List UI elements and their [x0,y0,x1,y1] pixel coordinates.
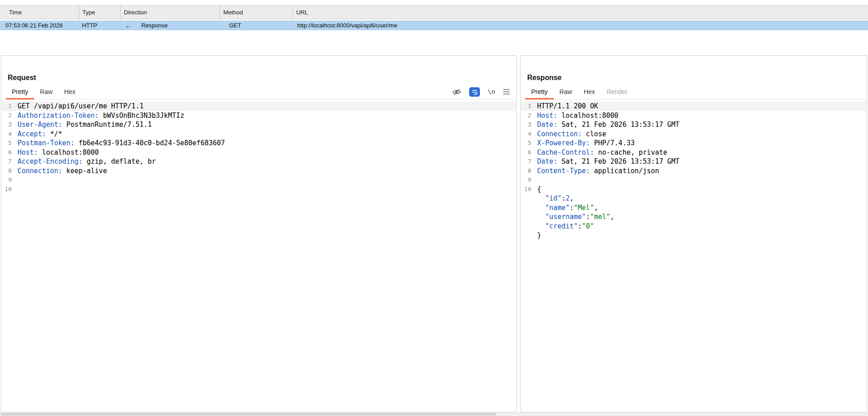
code-text: "id":2, [533,194,574,203]
row-cell-type: HTTP [79,22,121,29]
menu-icon[interactable] [503,89,510,95]
code-line: 10 [2,185,516,194]
code-text: Postman-Token: fb6e4c93-91d3-40c0-bd24-5… [14,139,225,148]
request-editor[interactable]: 1GET /vapi/api6/user/me HTTP/1.12Authori… [2,100,516,412]
response-panel-title: Response [527,74,561,82]
response-tab-pretty[interactable]: Pretty [525,85,554,99]
newline-chars-icon[interactable]: \n [488,88,495,95]
code-text [14,175,18,185]
row-cell-direction: ← Response [121,22,220,29]
code-line: "username":"mel", [521,212,866,222]
line-number: 10 [521,185,533,194]
code-line: 9 [2,175,516,185]
line-number [521,231,533,240]
code-text: Host: localhost:8000 [14,148,99,157]
log-table-selected-row[interactable]: 07:53:06 21 Feb 2026 HTTP ← Response GET… [0,21,868,30]
column-header-method[interactable]: Method [220,5,293,19]
code-text: X-Powered-By: PHP/7.4.33 [533,139,635,148]
line-number: 10 [2,185,14,194]
code-text: "username":"mel", [533,212,615,222]
code-line: 10{ [521,185,866,194]
code-line: 8Connection: keep-alive [2,166,516,176]
word-wrap-icon[interactable] [469,87,480,97]
line-number: 2 [2,111,14,121]
code-text: User-Agent: PostmanRuntime/7.51.1 [14,120,152,130]
code-text: Accept: */* [14,130,62,139]
line-number: 5 [2,139,14,148]
code-line: "name":"Mel", [521,203,866,213]
code-text [14,185,18,194]
row-cell-method: GET [220,22,293,29]
response-editor[interactable]: 1HTTP/1.1 200 OK2Host: localhost:80003Da… [521,100,866,412]
code-line: 6Host: localhost:8000 [2,148,516,157]
code-text: Cache-Control: no-cache, private [533,148,667,157]
line-number: 1 [521,102,533,111]
line-number: 8 [521,166,533,176]
code-text: "name":"Mel", [533,203,598,213]
log-table-header: Time Type Direction Method URL [0,5,868,19]
response-tab-hex[interactable]: Hex [578,85,601,99]
scrollbar-thumb[interactable] [1,413,496,416]
response-tab-raw[interactable]: Raw [554,85,578,99]
code-text [533,175,537,185]
code-text: HTTP/1.1 200 OK [533,102,598,111]
code-text: Host: localhost:8000 [533,111,619,121]
column-header-type[interactable]: Type [79,5,121,19]
code-text: Connection: close [533,130,606,139]
line-number: 6 [2,148,14,157]
request-message-tabs: Pretty Raw Hex [6,85,81,99]
code-line: 1HTTP/1.1 200 OK [521,102,866,111]
request-panel-title: Request [8,74,36,82]
column-header-url[interactable]: URL [293,5,868,19]
line-number [521,203,533,213]
code-text: Connection: keep-alive [14,166,107,176]
code-text: Date: Sat, 21 Feb 2026 13:53:17 GMT [533,120,679,130]
code-line: 5Postman-Token: fb6e4c93-91d3-40c0-bd24-… [2,139,516,148]
code-text: "credit":"0" [533,222,594,231]
code-line: 2Host: localhost:8000 [521,111,866,121]
row-cell-time: 07:53:06 21 Feb 2026 [0,22,79,29]
line-number [521,222,533,231]
eye-off-icon[interactable] [452,88,461,96]
code-text: Date: Sat, 21 Feb 2026 13:53:17 GMT [533,157,679,166]
line-number: 2 [521,111,533,121]
column-header-time[interactable]: Time [0,5,79,19]
line-number [521,212,533,222]
line-number: 3 [521,120,533,130]
request-editor-toolbar: \n [452,85,510,98]
response-panel: Response Pretty Raw Hex Render 1HTTP/1.1… [520,55,867,412]
line-number: 7 [521,157,533,166]
code-text: { [533,185,541,194]
column-header-direction[interactable]: Direction [121,5,220,19]
request-tab-hex[interactable]: Hex [59,85,81,99]
code-line: } [521,231,866,240]
code-line: 3Date: Sat, 21 Feb 2026 13:53:17 GMT [521,120,866,130]
line-number: 3 [2,120,14,130]
row-cell-url: http://localhost:8000/vapi/api6/user/me [293,22,398,29]
code-line: 4Connection: close [521,130,866,139]
direction-label: Response [141,22,168,29]
code-line: 5X-Powered-By: PHP/7.4.33 [521,139,866,148]
code-line: 3User-Agent: PostmanRuntime/7.51.1 [2,120,516,130]
request-tab-pretty[interactable]: Pretty [6,85,34,99]
code-line: "id":2, [521,194,866,203]
response-tab-render[interactable]: Render [601,85,633,99]
code-line: 9 [521,175,866,185]
code-line: 4Accept: */* [2,130,516,139]
line-number: 1 [2,102,14,111]
code-text: Content-Type: application/json [533,166,659,176]
response-message-tabs: Pretty Raw Hex Render [525,85,633,99]
code-text: GET /vapi/api6/user/me HTTP/1.1 [14,102,144,111]
line-number: 8 [2,166,14,176]
horizontal-scrollbar[interactable] [0,412,868,416]
http-message-viewer: Time Type Direction Method URL 07:53:06 … [0,0,868,416]
code-line: 7Accept-Encoding: gzip, deflate, br [2,157,516,166]
line-number: 9 [2,175,14,185]
line-number [521,194,533,203]
request-tab-raw[interactable]: Raw [34,85,59,99]
line-number: 4 [2,130,14,139]
code-line: 7Date: Sat, 21 Feb 2026 13:53:17 GMT [521,157,866,166]
line-number: 9 [521,175,533,185]
code-line: 6Cache-Control: no-cache, private [521,148,866,157]
line-number: 4 [521,130,533,139]
